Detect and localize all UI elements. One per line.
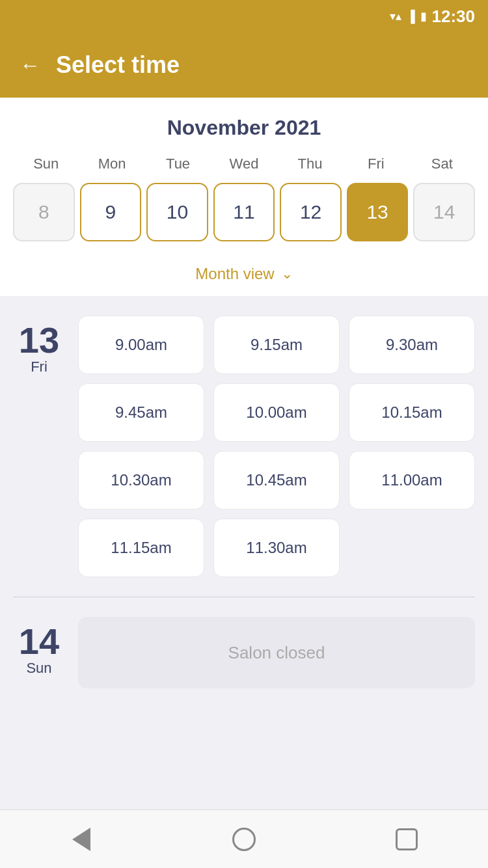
nav-recents-button[interactable] xyxy=(387,820,426,859)
day-header-thu: Thu xyxy=(277,156,343,172)
day-cell-14: 14 xyxy=(413,183,475,241)
page-title: Select time xyxy=(56,51,180,79)
day-header-fri: Fri xyxy=(343,156,409,172)
day-name-13: Fri xyxy=(31,359,47,375)
signal-icon: ▐ xyxy=(407,10,415,23)
time-slot-1130am[interactable]: 11.30am xyxy=(213,519,340,577)
day-cell-13[interactable]: 13 xyxy=(347,183,409,241)
time-slot-930am[interactable]: 9.30am xyxy=(349,316,475,374)
day-header-tue: Tue xyxy=(145,156,211,172)
app-header: ← Select time xyxy=(0,33,488,98)
nav-back-button[interactable] xyxy=(62,820,101,859)
day-block-14: 14 Sun Salon closed xyxy=(13,617,475,688)
month-view-label: Month view xyxy=(195,265,274,283)
salon-closed-label: Salon closed xyxy=(78,617,475,688)
month-view-toggle[interactable]: Month view ⌄ xyxy=(13,254,475,296)
day-header-mon: Mon xyxy=(79,156,144,172)
week-row: 8 9 10 11 12 13 14 xyxy=(13,183,475,254)
day-block-13: 13 Fri 9.00am 9.15am 9.30am 9.45am 10.00… xyxy=(13,316,475,577)
back-nav-icon xyxy=(72,828,90,851)
day-label-13: 13 Fri xyxy=(13,316,65,577)
status-bar: ▾▴ ▐ ▮ 12:30 xyxy=(0,0,488,33)
day-header-sun: Sun xyxy=(13,156,79,172)
back-button[interactable]: ← xyxy=(20,55,40,75)
status-icons: ▾▴ ▐ ▮ 12:30 xyxy=(390,7,475,27)
day-label-14: 14 Sun xyxy=(13,617,65,688)
time-grid-13: 9.00am 9.15am 9.30am 9.45am 10.00am 10.1… xyxy=(78,316,475,577)
day-header-wed: Wed xyxy=(211,156,277,172)
battery-icon: ▮ xyxy=(420,9,427,23)
day-cell-12[interactable]: 12 xyxy=(280,183,342,241)
time-slot-915am[interactable]: 9.15am xyxy=(213,316,340,374)
time-slot-1115am[interactable]: 11.15am xyxy=(78,519,204,577)
day-cell-10[interactable]: 10 xyxy=(146,183,208,241)
recents-nav-icon xyxy=(396,828,418,850)
day-number-13: 13 xyxy=(19,322,59,359)
day-header-sat: Sat xyxy=(409,156,475,172)
day-divider xyxy=(13,597,475,597)
slots-section: 13 Fri 9.00am 9.15am 9.30am 9.45am 10.00… xyxy=(0,296,488,727)
time-slot-945am[interactable]: 9.45am xyxy=(78,383,204,442)
nav-bar xyxy=(0,809,488,868)
day-cell-8: 8 xyxy=(13,183,75,241)
status-time: 12:30 xyxy=(432,7,476,27)
day-name-14: Sun xyxy=(26,660,51,677)
day-cell-9[interactable]: 9 xyxy=(80,183,142,241)
time-slot-1015am[interactable]: 10.15am xyxy=(349,383,475,442)
home-nav-icon xyxy=(232,828,256,851)
time-slot-1100am[interactable]: 11.00am xyxy=(349,451,475,509)
calendar-section: November 2021 Sun Mon Tue Wed Thu Fri Sa… xyxy=(0,98,488,296)
day-cell-11[interactable]: 11 xyxy=(213,183,275,241)
chevron-down-icon: ⌄ xyxy=(281,265,293,282)
time-slot-1030am[interactable]: 10.30am xyxy=(78,451,204,509)
time-slot-1000am[interactable]: 10.00am xyxy=(213,383,340,442)
wifi-icon: ▾▴ xyxy=(390,9,401,23)
day-headers-row: Sun Mon Tue Wed Thu Fri Sat xyxy=(13,156,475,172)
month-year-label: November 2021 xyxy=(13,116,475,140)
time-slot-1045am[interactable]: 10.45am xyxy=(213,451,340,509)
time-slot-900am[interactable]: 9.00am xyxy=(78,316,204,374)
nav-home-button[interactable] xyxy=(224,820,264,859)
day-number-14: 14 xyxy=(19,623,59,660)
